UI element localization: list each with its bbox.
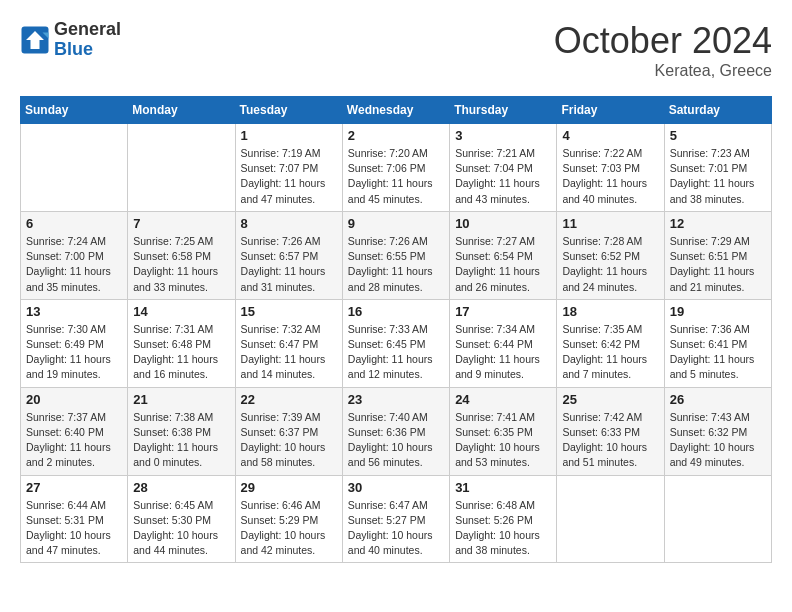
day-detail: Sunrise: 7:34 AM Sunset: 6:44 PM Dayligh… xyxy=(455,322,551,383)
day-detail: Sunrise: 6:48 AM Sunset: 5:26 PM Dayligh… xyxy=(455,498,551,559)
day-number: 20 xyxy=(26,392,122,407)
calendar-cell xyxy=(21,124,128,212)
day-detail: Sunrise: 6:46 AM Sunset: 5:29 PM Dayligh… xyxy=(241,498,337,559)
weekday-header-thursday: Thursday xyxy=(450,97,557,124)
title-block: October 2024 Keratea, Greece xyxy=(554,20,772,80)
day-detail: Sunrise: 7:32 AM Sunset: 6:47 PM Dayligh… xyxy=(241,322,337,383)
day-detail: Sunrise: 7:33 AM Sunset: 6:45 PM Dayligh… xyxy=(348,322,444,383)
logo: General Blue xyxy=(20,20,121,60)
day-detail: Sunrise: 6:44 AM Sunset: 5:31 PM Dayligh… xyxy=(26,498,122,559)
weekday-header-saturday: Saturday xyxy=(664,97,771,124)
calendar-week-2: 6Sunrise: 7:24 AM Sunset: 7:00 PM Daylig… xyxy=(21,211,772,299)
day-detail: Sunrise: 7:36 AM Sunset: 6:41 PM Dayligh… xyxy=(670,322,766,383)
calendar-cell: 21Sunrise: 7:38 AM Sunset: 6:38 PM Dayli… xyxy=(128,387,235,475)
day-number: 5 xyxy=(670,128,766,143)
day-number: 15 xyxy=(241,304,337,319)
day-number: 13 xyxy=(26,304,122,319)
calendar-cell: 13Sunrise: 7:30 AM Sunset: 6:49 PM Dayli… xyxy=(21,299,128,387)
day-number: 25 xyxy=(562,392,658,407)
calendar-cell: 2Sunrise: 7:20 AM Sunset: 7:06 PM Daylig… xyxy=(342,124,449,212)
day-number: 4 xyxy=(562,128,658,143)
day-detail: Sunrise: 7:40 AM Sunset: 6:36 PM Dayligh… xyxy=(348,410,444,471)
weekday-header-friday: Friday xyxy=(557,97,664,124)
calendar-cell: 8Sunrise: 7:26 AM Sunset: 6:57 PM Daylig… xyxy=(235,211,342,299)
weekday-header-wednesday: Wednesday xyxy=(342,97,449,124)
calendar-cell: 26Sunrise: 7:43 AM Sunset: 6:32 PM Dayli… xyxy=(664,387,771,475)
calendar-cell: 17Sunrise: 7:34 AM Sunset: 6:44 PM Dayli… xyxy=(450,299,557,387)
day-number: 8 xyxy=(241,216,337,231)
calendar-cell: 18Sunrise: 7:35 AM Sunset: 6:42 PM Dayli… xyxy=(557,299,664,387)
calendar-cell: 22Sunrise: 7:39 AM Sunset: 6:37 PM Dayli… xyxy=(235,387,342,475)
calendar-cell xyxy=(128,124,235,212)
logo-blue: Blue xyxy=(54,40,121,60)
logo-icon xyxy=(20,25,50,55)
calendar-week-4: 20Sunrise: 7:37 AM Sunset: 6:40 PM Dayli… xyxy=(21,387,772,475)
month-title: October 2024 xyxy=(554,20,772,62)
calendar-cell: 1Sunrise: 7:19 AM Sunset: 7:07 PM Daylig… xyxy=(235,124,342,212)
day-number: 18 xyxy=(562,304,658,319)
day-detail: Sunrise: 7:23 AM Sunset: 7:01 PM Dayligh… xyxy=(670,146,766,207)
day-detail: Sunrise: 7:20 AM Sunset: 7:06 PM Dayligh… xyxy=(348,146,444,207)
logo-text: General Blue xyxy=(54,20,121,60)
day-number: 1 xyxy=(241,128,337,143)
calendar-cell: 12Sunrise: 7:29 AM Sunset: 6:51 PM Dayli… xyxy=(664,211,771,299)
calendar-cell: 31Sunrise: 6:48 AM Sunset: 5:26 PM Dayli… xyxy=(450,475,557,563)
weekday-header-sunday: Sunday xyxy=(21,97,128,124)
day-detail: Sunrise: 7:27 AM Sunset: 6:54 PM Dayligh… xyxy=(455,234,551,295)
day-detail: Sunrise: 7:37 AM Sunset: 6:40 PM Dayligh… xyxy=(26,410,122,471)
day-number: 21 xyxy=(133,392,229,407)
day-detail: Sunrise: 7:21 AM Sunset: 7:04 PM Dayligh… xyxy=(455,146,551,207)
day-number: 27 xyxy=(26,480,122,495)
calendar-cell: 10Sunrise: 7:27 AM Sunset: 6:54 PM Dayli… xyxy=(450,211,557,299)
calendar-week-3: 13Sunrise: 7:30 AM Sunset: 6:49 PM Dayli… xyxy=(21,299,772,387)
day-detail: Sunrise: 7:38 AM Sunset: 6:38 PM Dayligh… xyxy=(133,410,229,471)
day-number: 16 xyxy=(348,304,444,319)
calendar-week-1: 1Sunrise: 7:19 AM Sunset: 7:07 PM Daylig… xyxy=(21,124,772,212)
day-number: 17 xyxy=(455,304,551,319)
day-detail: Sunrise: 7:19 AM Sunset: 7:07 PM Dayligh… xyxy=(241,146,337,207)
location: Keratea, Greece xyxy=(554,62,772,80)
weekday-row: SundayMondayTuesdayWednesdayThursdayFrid… xyxy=(21,97,772,124)
day-number: 9 xyxy=(348,216,444,231)
calendar-cell: 15Sunrise: 7:32 AM Sunset: 6:47 PM Dayli… xyxy=(235,299,342,387)
day-number: 23 xyxy=(348,392,444,407)
day-detail: Sunrise: 7:29 AM Sunset: 6:51 PM Dayligh… xyxy=(670,234,766,295)
day-number: 22 xyxy=(241,392,337,407)
day-detail: Sunrise: 7:22 AM Sunset: 7:03 PM Dayligh… xyxy=(562,146,658,207)
day-number: 26 xyxy=(670,392,766,407)
day-number: 10 xyxy=(455,216,551,231)
calendar-cell: 16Sunrise: 7:33 AM Sunset: 6:45 PM Dayli… xyxy=(342,299,449,387)
day-detail: Sunrise: 7:43 AM Sunset: 6:32 PM Dayligh… xyxy=(670,410,766,471)
day-detail: Sunrise: 6:47 AM Sunset: 5:27 PM Dayligh… xyxy=(348,498,444,559)
calendar-cell: 24Sunrise: 7:41 AM Sunset: 6:35 PM Dayli… xyxy=(450,387,557,475)
calendar-cell: 29Sunrise: 6:46 AM Sunset: 5:29 PM Dayli… xyxy=(235,475,342,563)
day-number: 3 xyxy=(455,128,551,143)
calendar-cell: 14Sunrise: 7:31 AM Sunset: 6:48 PM Dayli… xyxy=(128,299,235,387)
day-detail: Sunrise: 7:35 AM Sunset: 6:42 PM Dayligh… xyxy=(562,322,658,383)
calendar-cell: 28Sunrise: 6:45 AM Sunset: 5:30 PM Dayli… xyxy=(128,475,235,563)
calendar-cell: 9Sunrise: 7:26 AM Sunset: 6:55 PM Daylig… xyxy=(342,211,449,299)
calendar-cell xyxy=(664,475,771,563)
day-number: 7 xyxy=(133,216,229,231)
calendar-table: SundayMondayTuesdayWednesdayThursdayFrid… xyxy=(20,96,772,563)
calendar-header: SundayMondayTuesdayWednesdayThursdayFrid… xyxy=(21,97,772,124)
day-number: 12 xyxy=(670,216,766,231)
calendar-cell: 3Sunrise: 7:21 AM Sunset: 7:04 PM Daylig… xyxy=(450,124,557,212)
calendar-cell: 20Sunrise: 7:37 AM Sunset: 6:40 PM Dayli… xyxy=(21,387,128,475)
calendar-cell: 7Sunrise: 7:25 AM Sunset: 6:58 PM Daylig… xyxy=(128,211,235,299)
day-detail: Sunrise: 7:25 AM Sunset: 6:58 PM Dayligh… xyxy=(133,234,229,295)
calendar-cell: 23Sunrise: 7:40 AM Sunset: 6:36 PM Dayli… xyxy=(342,387,449,475)
day-detail: Sunrise: 7:42 AM Sunset: 6:33 PM Dayligh… xyxy=(562,410,658,471)
calendar-cell: 5Sunrise: 7:23 AM Sunset: 7:01 PM Daylig… xyxy=(664,124,771,212)
day-number: 6 xyxy=(26,216,122,231)
calendar-cell: 11Sunrise: 7:28 AM Sunset: 6:52 PM Dayli… xyxy=(557,211,664,299)
day-detail: Sunrise: 7:26 AM Sunset: 6:55 PM Dayligh… xyxy=(348,234,444,295)
day-number: 2 xyxy=(348,128,444,143)
weekday-header-tuesday: Tuesday xyxy=(235,97,342,124)
day-detail: Sunrise: 7:31 AM Sunset: 6:48 PM Dayligh… xyxy=(133,322,229,383)
day-detail: Sunrise: 7:30 AM Sunset: 6:49 PM Dayligh… xyxy=(26,322,122,383)
day-number: 14 xyxy=(133,304,229,319)
calendar-cell xyxy=(557,475,664,563)
day-number: 29 xyxy=(241,480,337,495)
calendar-cell: 25Sunrise: 7:42 AM Sunset: 6:33 PM Dayli… xyxy=(557,387,664,475)
